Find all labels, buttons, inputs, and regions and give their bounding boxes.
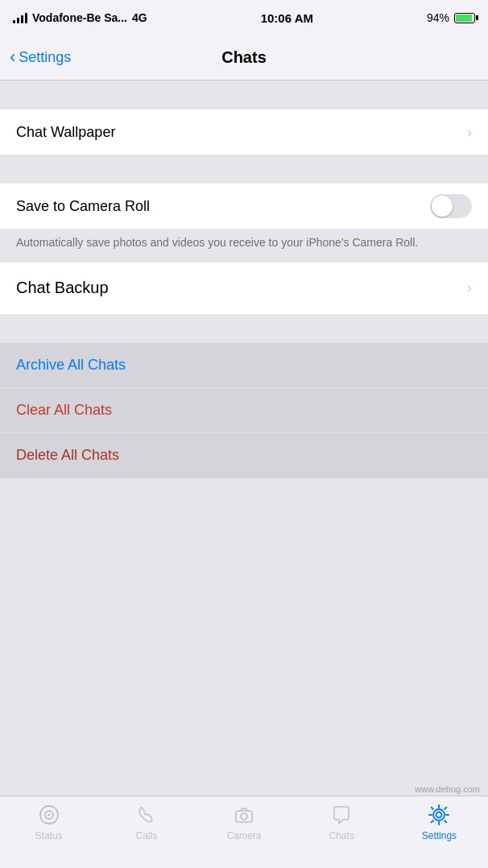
section-gap-2 xyxy=(0,155,488,184)
watermark: www.debug.com xyxy=(415,784,480,794)
tab-chats[interactable]: Chats xyxy=(293,803,391,841)
camera-roll-section: Save to Camera Roll xyxy=(0,184,488,229)
camera-icon xyxy=(232,803,256,827)
camera-roll-description: Automatically save photos and videos you… xyxy=(0,229,488,262)
svg-point-2 xyxy=(48,814,50,816)
chats-icon xyxy=(329,803,354,827)
chat-wallpaper-section: Chat Wallpaper › xyxy=(0,110,488,155)
archive-all-chats-row[interactable]: Archive All Chats xyxy=(0,343,488,388)
toggle-knob xyxy=(432,196,453,217)
chat-backup-section: Chat Backup › xyxy=(0,262,488,314)
chat-wallpaper-row[interactable]: Chat Wallpaper › xyxy=(0,110,488,155)
clear-all-chats-row[interactable]: Clear All Chats xyxy=(0,388,488,433)
chat-backup-row[interactable]: Chat Backup › xyxy=(0,262,488,314)
tab-camera-label: Camera xyxy=(227,830,262,841)
signal-icon xyxy=(13,12,27,23)
destructive-actions-section: Archive All Chats Clear All Chats Delete… xyxy=(0,343,488,478)
battery-icon xyxy=(454,13,475,23)
chevron-right-icon: › xyxy=(467,124,472,141)
section-gap-3 xyxy=(0,314,488,343)
tab-settings[interactable]: Settings xyxy=(391,803,488,841)
tab-settings-label: Settings xyxy=(422,830,457,841)
navigation-bar: ‹ Settings Chats xyxy=(0,35,488,81)
chat-backup-label: Chat Backup xyxy=(16,279,467,297)
save-to-camera-roll-toggle[interactable] xyxy=(430,194,472,218)
svg-point-6 xyxy=(433,809,445,820)
tab-calls-label: Calls xyxy=(135,830,157,841)
battery-percent: 94% xyxy=(427,11,449,24)
save-to-camera-roll-row[interactable]: Save to Camera Roll xyxy=(0,184,488,229)
status-left: Vodafone-Be Sa... 4G xyxy=(13,11,147,24)
save-to-camera-roll-label: Save to Camera Roll xyxy=(16,198,430,215)
status-icon xyxy=(37,803,61,827)
chat-wallpaper-label: Chat Wallpaper xyxy=(16,124,467,141)
delete-all-chats-row[interactable]: Delete All Chats xyxy=(0,433,488,478)
back-label: Settings xyxy=(19,49,71,66)
status-right: 94% xyxy=(427,11,475,24)
status-bar: Vodafone-Be Sa... 4G 10:06 AM 94% xyxy=(0,0,488,35)
back-chevron-icon: ‹ xyxy=(10,48,15,66)
bottom-tab-bar: Status Calls Camera Chats xyxy=(0,796,488,868)
network-label: 4G xyxy=(132,11,147,24)
archive-all-chats-label: Archive All Chats xyxy=(16,357,472,374)
content-filler xyxy=(0,478,488,755)
chat-backup-chevron-icon: › xyxy=(467,279,472,296)
delete-all-chats-label: Delete All Chats xyxy=(16,447,472,464)
tab-calls[interactable]: Calls xyxy=(97,803,195,841)
svg-point-5 xyxy=(436,812,442,818)
page-title: Chats xyxy=(221,48,267,67)
camera-roll-description-text: Automatically save photos and videos you… xyxy=(16,236,418,249)
back-button[interactable]: ‹ Settings xyxy=(10,49,71,66)
tab-camera[interactable]: Camera xyxy=(195,803,292,841)
svg-rect-3 xyxy=(236,811,252,822)
tab-status-label: Status xyxy=(35,830,63,841)
tab-chats-label: Chats xyxy=(329,830,354,841)
section-gap-1 xyxy=(0,81,488,110)
svg-point-4 xyxy=(241,813,247,820)
settings-icon xyxy=(427,803,451,827)
calls-icon xyxy=(134,803,159,827)
clear-all-chats-label: Clear All Chats xyxy=(16,402,472,419)
time-label: 10:06 AM xyxy=(261,11,313,25)
tab-status[interactable]: Status xyxy=(0,803,97,841)
carrier-label: Vodafone-Be Sa... xyxy=(32,11,127,24)
